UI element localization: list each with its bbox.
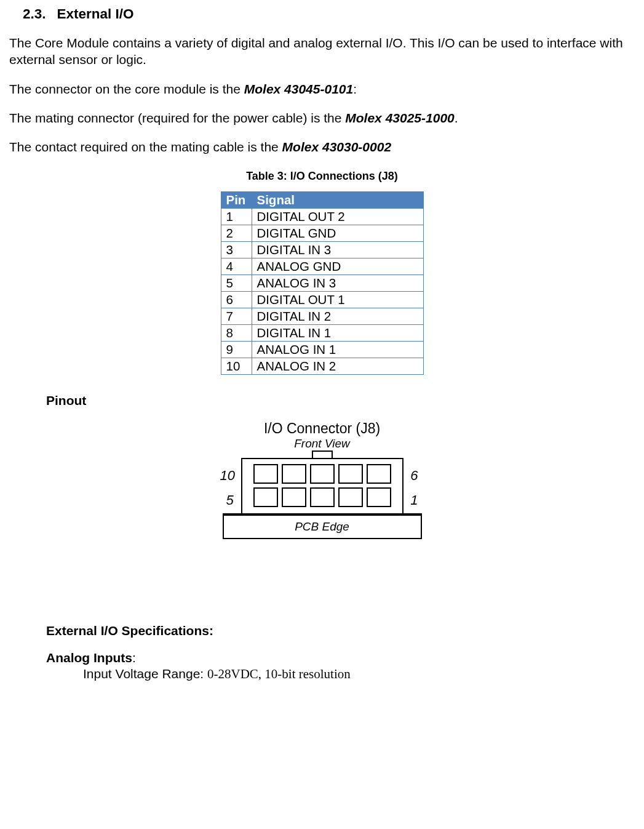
specs-heading: External I/O Specifications: bbox=[46, 623, 635, 638]
text: : bbox=[132, 651, 136, 665]
paragraph-connector: The connector on the core module is the … bbox=[9, 81, 635, 97]
table-caption: Table 3: I/O Connections (J8) bbox=[9, 170, 635, 183]
header-signal: Signal bbox=[252, 192, 423, 209]
cell-signal: DIGITAL OUT 2 bbox=[252, 209, 423, 225]
header-pin: Pin bbox=[221, 192, 252, 209]
cell-signal: ANALOG IN 1 bbox=[252, 342, 423, 358]
pin-box bbox=[282, 464, 306, 484]
table-row: 8DIGITAL IN 1 bbox=[221, 325, 423, 342]
text: 0-28VDC, 10-bit resolution bbox=[207, 667, 351, 681]
cell-pin: 9 bbox=[221, 342, 252, 358]
pin-box bbox=[253, 464, 278, 484]
table-row: 3DIGITAL IN 3 bbox=[221, 242, 423, 258]
cell-pin: 1 bbox=[221, 209, 252, 225]
pin-box bbox=[338, 487, 363, 507]
cell-signal: DIGITAL IN 3 bbox=[252, 242, 423, 258]
text: The mating connector (required for the p… bbox=[9, 111, 345, 125]
pin-box bbox=[338, 464, 363, 484]
cell-signal: ANALOG IN 2 bbox=[252, 358, 423, 375]
pin-box bbox=[310, 464, 335, 484]
section-number: 2.3. bbox=[23, 6, 46, 22]
part-number: Molex 43025-1000 bbox=[345, 111, 454, 125]
cell-pin: 5 bbox=[221, 275, 252, 292]
diagram-subtitle: Front View bbox=[218, 437, 427, 451]
pin-table: Pin Signal 1DIGITAL OUT 2 2DIGITAL GND 3… bbox=[221, 191, 424, 375]
table-row: 7DIGITAL IN 2 bbox=[221, 308, 423, 325]
section-heading: 2.3.External I/O bbox=[23, 6, 635, 22]
table-row: 1DIGITAL OUT 2 bbox=[221, 209, 423, 225]
cell-signal: DIGITAL IN 2 bbox=[252, 308, 423, 325]
part-number: Molex 43045-0101 bbox=[244, 82, 353, 96]
cell-pin: 8 bbox=[221, 325, 252, 342]
pin-box bbox=[282, 487, 306, 507]
text: The contact required on the mating cable… bbox=[9, 140, 282, 154]
text: . bbox=[455, 111, 458, 125]
table-row: 9ANALOG IN 1 bbox=[221, 342, 423, 358]
section-title: External I/O bbox=[57, 6, 134, 22]
table-row: 2DIGITAL GND bbox=[221, 225, 423, 242]
pin-row-top bbox=[248, 464, 396, 484]
analog-inputs-heading: Analog Inputs: bbox=[46, 651, 635, 665]
text: The connector on the core module is the bbox=[9, 82, 244, 96]
paragraph-mating-connector: The mating connector (required for the p… bbox=[9, 110, 635, 126]
pin-label-5: 5 bbox=[226, 492, 234, 508]
pin-box bbox=[253, 487, 278, 507]
diagram-title: I/O Connector (J8) bbox=[218, 420, 427, 437]
cell-pin: 6 bbox=[221, 292, 252, 308]
table-row: 10ANALOG IN 2 bbox=[221, 358, 423, 375]
text: Analog Inputs bbox=[46, 651, 132, 665]
cell-signal: DIGITAL OUT 1 bbox=[252, 292, 423, 308]
connector-diagram: I/O Connector (J8) Front View 10 6 5 1 bbox=[9, 420, 635, 580]
pin-box bbox=[367, 464, 391, 484]
table-row: 5ANALOG IN 3 bbox=[221, 275, 423, 292]
cell-signal: DIGITAL IN 1 bbox=[252, 325, 423, 342]
cell-signal: ANALOG GND bbox=[252, 258, 423, 275]
pin-label-10: 10 bbox=[220, 468, 235, 484]
pcb-edge-label: PCB Edge bbox=[223, 513, 422, 539]
table-header-row: Pin Signal bbox=[221, 192, 423, 209]
pinout-heading: Pinout bbox=[46, 393, 635, 408]
cell-pin: 7 bbox=[221, 308, 252, 325]
text: Input Voltage Range: bbox=[83, 667, 207, 681]
table-row: 4ANALOG GND bbox=[221, 258, 423, 275]
paragraph-intro: The Core Module contains a variety of di… bbox=[9, 34, 635, 68]
table-row: 6DIGITAL OUT 1 bbox=[221, 292, 423, 308]
cell-signal: ANALOG IN 3 bbox=[252, 275, 423, 292]
cell-pin: 10 bbox=[221, 358, 252, 375]
cell-signal: DIGITAL GND bbox=[252, 225, 423, 242]
cell-pin: 2 bbox=[221, 225, 252, 242]
pin-row-bottom bbox=[248, 487, 396, 507]
cell-pin: 4 bbox=[221, 258, 252, 275]
pin-box bbox=[310, 487, 335, 507]
pin-label-6: 6 bbox=[410, 468, 418, 484]
cell-pin: 3 bbox=[221, 242, 252, 258]
pin-box bbox=[367, 487, 391, 507]
pin-label-1: 1 bbox=[410, 492, 418, 508]
connector-body: 10 6 5 1 bbox=[241, 458, 403, 515]
part-number: Molex 43030-0002 bbox=[282, 140, 391, 154]
paragraph-contact: The contact required on the mating cable… bbox=[9, 138, 635, 155]
analog-input-range: Input Voltage Range: 0-28VDC, 10-bit res… bbox=[83, 667, 635, 682]
text: : bbox=[353, 82, 357, 96]
connector-notch bbox=[312, 451, 333, 458]
